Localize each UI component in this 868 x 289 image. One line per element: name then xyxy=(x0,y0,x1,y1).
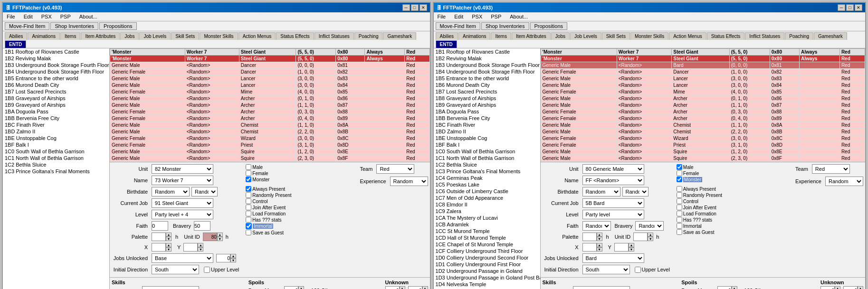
table-row[interactable]: Generic Female<Random>Priest(3, 1, 0)0x8… xyxy=(110,142,430,149)
unit-id-up-1[interactable]: ▲ xyxy=(217,233,223,237)
birthdate-select-1[interactable]: Random xyxy=(152,187,190,196)
list-item[interactable]: 1BC Finath River xyxy=(3,121,109,128)
name-select-1[interactable]: 73 Worker 7 xyxy=(152,176,213,185)
control-checkbox-2[interactable] xyxy=(677,198,682,204)
table-row[interactable]: Generic Male<Random>Archer(0, 1, 0)0x86R… xyxy=(541,95,865,102)
unit-id-down-2[interactable]: ▼ xyxy=(648,237,653,241)
has-stats-cb-2[interactable]: Has ??? stats xyxy=(677,217,722,223)
minimize-button-2[interactable]: ─ xyxy=(838,4,845,11)
unit-id-input-2[interactable] xyxy=(633,233,648,241)
bonus-money-up-1[interactable]: ▲ xyxy=(298,286,304,289)
propositions-btn-2[interactable]: Propositions xyxy=(530,22,568,30)
monster-checkbox-1[interactable] xyxy=(246,177,251,182)
monster-cb-label-1[interactable]: Monster xyxy=(246,177,291,182)
tab-status-effects-2[interactable]: Status Effects xyxy=(707,32,745,40)
list-item[interactable]: 1B1 Rooftop of Riovanes Castle xyxy=(3,48,109,55)
unknown-input2-2[interactable] xyxy=(843,286,858,289)
level-select-2[interactable]: Party level xyxy=(582,210,644,219)
palette-down-2[interactable]: ▼ xyxy=(597,237,602,241)
faith-select-2[interactable]: Random xyxy=(582,221,611,231)
table-row[interactable]: Generic Female<Random>Wizard(3, 0, 0)0x8… xyxy=(110,135,430,142)
list-item[interactable]: 1BD Zalmo II xyxy=(3,128,109,135)
list-item[interactable]: 1B8 Graveyard of Airships xyxy=(434,95,540,102)
always-present-checkbox-2[interactable] xyxy=(677,186,682,192)
data-table-1[interactable]: 'Monster Worker 7 Steel Giant (5, 5, 0) … xyxy=(110,48,430,162)
upper-level-checkbox-1[interactable] xyxy=(204,267,210,273)
map-list-2[interactable]: 1B1 Rooftop of Riovanes Castle 1B2 Reviv… xyxy=(434,48,540,289)
maximize-button-2[interactable]: □ xyxy=(846,4,854,11)
tab-abilies-1[interactable]: Abilies xyxy=(5,32,27,40)
bonus-money-stepper-2[interactable]: ▲▼ xyxy=(717,286,737,289)
table-row[interactable]: Generic Female<Random>Priest(3, 1, 0)0x8… xyxy=(541,142,865,149)
tab-job-levels-1[interactable]: Job Levels xyxy=(139,32,171,40)
experience-select-2[interactable]: Random xyxy=(825,177,863,186)
primary-select-2[interactable]: FF <Job's> xyxy=(573,286,630,289)
male-checkbox-2[interactable] xyxy=(677,164,682,170)
tab-skill-sets-2[interactable]: Skill Sets xyxy=(602,32,630,40)
always-present-checkbox-1[interactable] xyxy=(246,186,251,192)
palette-up-1[interactable]: ▲ xyxy=(166,233,172,237)
jobs-unlocked-select-2[interactable]: Bard xyxy=(582,253,644,263)
load-formation-cb-2[interactable]: Load Formation xyxy=(677,211,722,216)
randomly-present-cb-2[interactable]: Randomly Present xyxy=(677,192,722,198)
menu-edit-1[interactable]: Edit xyxy=(22,13,35,20)
shop-inventories-btn-2[interactable]: Shop Inventories xyxy=(481,22,529,30)
menu-psp-1[interactable]: PSP xyxy=(58,13,73,20)
randomly-present-checkbox-1[interactable] xyxy=(246,192,251,198)
table-row[interactable]: Generic Female<Random>Dancer(1, 0, 0)0x8… xyxy=(110,69,430,75)
menu-psx-1[interactable]: PSX xyxy=(39,13,54,20)
bonus-money-input-2[interactable] xyxy=(717,286,732,289)
monster-cb-label-2[interactable]: Monster xyxy=(677,177,722,182)
unknown-stepper1-1[interactable]: ▲▼ xyxy=(385,286,405,289)
list-item[interactable]: 1CB Adramlek xyxy=(434,221,540,228)
x-stepper-1[interactable]: ▲▼ xyxy=(152,243,172,252)
shop-inventories-btn-1[interactable]: Shop Inventories xyxy=(50,22,98,30)
list-item[interactable]: 1B5 Entrance to the other world xyxy=(3,75,109,82)
table-row[interactable]: Generic Male<Random>Squire(1, 2, 0)0x8ER… xyxy=(541,149,865,155)
table-row[interactable]: Generic Female<Random>Archer(0, 3, 0)0x8… xyxy=(110,109,430,115)
tab-animations-2[interactable]: Animations xyxy=(458,32,490,40)
tab-inflict-statuses-1[interactable]: Inflict Statuses xyxy=(315,32,354,40)
unit-select-2[interactable]: 80 Generic Male xyxy=(582,164,644,174)
table-row[interactable]: Generic Male<Random>Bard(0, 0, 0)0x81Red xyxy=(541,62,865,69)
tab-item-attributes-1[interactable]: Item Attributes xyxy=(81,32,120,40)
list-item[interactable]: 1BE Unstoppable Cog xyxy=(3,135,109,141)
list-item[interactable]: 1CA The Mystery of Lucavi xyxy=(434,214,540,221)
list-item[interactable]: 1B7 Lost Sacred Precincts xyxy=(434,88,540,95)
tab-gameshark-1[interactable]: Gameshark xyxy=(383,32,416,40)
list-item[interactable]: 1C0 South Wall of Bethla Garrison xyxy=(434,148,540,155)
x-up-2[interactable]: ▲ xyxy=(597,243,602,247)
y-input-1[interactable] xyxy=(183,243,198,252)
maximize-button-1[interactable]: □ xyxy=(411,4,419,11)
palette-input-2[interactable] xyxy=(582,233,597,241)
immortal-checkbox-2[interactable] xyxy=(677,223,682,229)
list-item[interactable]: 1D0 Colliery Underground Second Floor xyxy=(434,254,540,261)
list-item[interactable]: 1BB Bervenia Free City xyxy=(3,115,109,121)
list-item[interactable]: 1D1 Colliery Underground First Floor xyxy=(434,261,540,268)
team-select-1[interactable]: Red xyxy=(376,164,414,174)
tab-item-attributes-2[interactable]: Item Attributes xyxy=(512,32,551,40)
load-formation-checkbox-1[interactable] xyxy=(246,211,251,216)
male-cb-label-1[interactable]: Male xyxy=(246,164,291,170)
close-button-1[interactable]: ✕ xyxy=(420,4,427,11)
join-after-event-cb-2[interactable]: Join After Event xyxy=(677,205,722,210)
always-present-cb-2[interactable]: Always Present xyxy=(677,186,722,192)
randomly-present-cb-1[interactable]: Randomly Present xyxy=(246,192,291,198)
current-job-select-2[interactable]: 5B Bard xyxy=(582,198,644,208)
save-as-guest-cb-2[interactable]: Save as Guest xyxy=(677,229,722,235)
list-item[interactable]: 1B9 Graveyard of Airships xyxy=(3,102,109,108)
palette-down-1[interactable]: ▼ xyxy=(166,237,172,241)
tab-entd-1[interactable]: ENTD xyxy=(5,40,26,48)
list-item[interactable]: 1C2 Bethla Sluice xyxy=(434,161,540,168)
list-item[interactable]: 1C6 Outside of Limberry Castle xyxy=(434,188,540,195)
table-row[interactable]: Generic Female<Random>Archer(0, 4, 0)0x8… xyxy=(541,115,865,122)
table-row[interactable]: Generic Male<Random>Squire(2, 3, 0)0x8FR… xyxy=(541,155,865,162)
move-find-item-btn-1[interactable]: Move-Find Item xyxy=(5,22,49,30)
table-row[interactable]: Generic Male<Random>Lancer(3, 0, 0)0x84R… xyxy=(541,82,865,89)
unit-id-up-2[interactable]: ▲ xyxy=(648,233,653,237)
unknown-input1-2[interactable] xyxy=(820,286,835,289)
list-item[interactable]: 1B3 Underground Book Storage Fourth Floo… xyxy=(434,62,540,68)
y-stepper-1[interactable]: ▲▼ xyxy=(183,243,203,252)
list-item[interactable]: 1B1 Rooftop of Riovanes Castle xyxy=(434,48,540,55)
female-cb-label-1[interactable]: Female xyxy=(246,170,291,176)
